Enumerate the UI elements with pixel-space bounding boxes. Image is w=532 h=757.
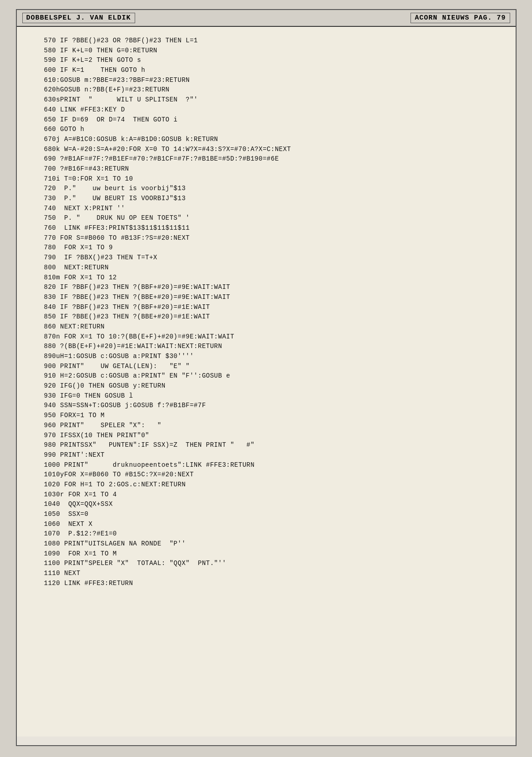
code-line: 1040 QQX=QQX+SSX	[44, 500, 497, 510]
code-line: 740 NEXT X:PRINT ''	[44, 204, 497, 214]
code-line: 1110 NEXT	[44, 569, 497, 579]
code-line: 730 P." UW BEURT IS VOORBIJ"$13	[44, 194, 497, 204]
code-line: 770 FOR S=#B060 TO #B13F:?S=#20:NEXT	[44, 233, 497, 243]
code-line: 880 ?(BB(E+F)+#20)=#1E:WAIT:WAIT:NEXT:RE…	[44, 342, 497, 352]
code-line: 1050 SSX=0	[44, 510, 497, 520]
code-line: 1100 PRINT"SPELER "X" TOTAAL: "QQX" PNT.…	[44, 559, 497, 569]
code-line: 860 NEXT:RETURN	[44, 322, 497, 332]
code-line: 970 IFSSX(10 THEN PRINT"0"	[44, 431, 497, 441]
code-line: 870n FOR X=1 TO 10:?(BB(E+F)+#20)=#9E:WA…	[44, 332, 497, 342]
code-line: 630sPRINT " WILT U SPLITSEN ?"'	[44, 95, 497, 105]
page-header: DOBBELSPEL J. VAN ELDIK ACORN NIEUWS PAG…	[17, 10, 516, 27]
code-line: 980 PRINTSSX" PUNTEN":IF SSX)=Z THEN PRI…	[44, 440, 497, 450]
code-line: 660 GOTO h	[44, 125, 497, 135]
code-line: 700 ?#B16F=#43:RETURN	[44, 164, 497, 174]
code-line: 650 IF D=69 OR D=74 THEN GOTO i	[44, 115, 497, 125]
code-line: 760 LINK #FFE3:PRINT$13$11$11$11$11	[44, 223, 497, 233]
code-line: 620hGOSUB n:?BB(E+F)=#23:RETURN	[44, 85, 497, 95]
page-container: DOBBELSPEL J. VAN ELDIK ACORN NIEUWS PAG…	[16, 9, 517, 746]
code-content: 570 IF ?BBE()#23 OR ?BBF()#23 THEN L=158…	[17, 27, 516, 737]
code-line: 790 IF ?BBX()#23 THEN T=T+X	[44, 253, 497, 263]
code-line: 900 PRINT" UW GETAL(LEN): "E" "	[44, 362, 497, 372]
code-line: 1120 LINK #FFE3:RETURN	[44, 579, 497, 589]
code-line: 800 NEXT:RETURN	[44, 263, 497, 273]
code-line: 720 P." uw beurt is voorbij"$13	[44, 184, 497, 194]
code-line: 1080 PRINT"UITSLAGEN NA RONDE "P''	[44, 539, 497, 549]
code-line: 590 IF K+L=2 THEN GOTO s	[44, 56, 497, 66]
header-page: ACORN NIEUWS PAG. 79	[410, 13, 510, 23]
code-line: 690 ?#B1AF=#7F:?#B1EF=#70:?#B1CF=#7F:?#B…	[44, 154, 497, 164]
code-line: 780 FOR X=1 TO 9	[44, 243, 497, 253]
code-line: 930 IFG=0 THEN GOSUB l	[44, 391, 497, 401]
code-line: 1030r FOR X=1 TO 4	[44, 490, 497, 500]
code-line: 960 PRINT" SPELER "X": "	[44, 421, 497, 431]
code-line: 910 H=2:GOSUB c:GOSUB a:PRINT" EN "F'':G…	[44, 371, 497, 381]
code-line: 820 IF ?BBF()#23 THEN ?(BBF+#20)=#9E:WAI…	[44, 283, 497, 293]
code-line: 1010yFOR X=#B060 TO #B15C:?X=#20:NEXT	[44, 470, 497, 480]
code-line: 950 FORX=1 TO M	[44, 411, 497, 421]
code-line: 580 IF K+L=0 THEN G=0:RETURN	[44, 46, 497, 56]
code-line: 990 PRINT':NEXT	[44, 450, 497, 460]
code-line: 1060 NEXT X	[44, 520, 497, 530]
code-line: 710i T=0:FOR X=1 TO 10	[44, 174, 497, 184]
code-line: 1000 PRINT" druknuopeentoets":LINK #FFE3…	[44, 460, 497, 470]
code-line: 750 P. " DRUK NU OP EEN TOETS" '	[44, 213, 497, 223]
code-line: 1020 FOR H=1 TO 2:GOS.c:NEXT:RETURN	[44, 480, 497, 490]
code-line: 640 LINK #FFE3:KEY D	[44, 105, 497, 115]
code-line: 680k W=A-#20:S=A+#20:FOR X=0 TO 14:W?X=#…	[44, 145, 497, 155]
code-line: 840 IF ?BBF()#23 THEN ?(BBF+#20)=#1E:WAI…	[44, 303, 497, 313]
code-line: 600 IF K=1 THEN GOTO h	[44, 66, 497, 76]
code-line: 940 SSN=SSN+T:GOSUB j:GOSUB f:?#B1BF=#7F	[44, 401, 497, 411]
code-line: 890uH=1:GOSUB c:GOSUB a:PRINT $30''''	[44, 352, 497, 362]
code-line: 670j A=#B1C0:GOSUB k:A=#B1D0:GOSUB k:RET…	[44, 135, 497, 145]
code-line: 830 IF ?BBE()#23 THEN ?(BBE+#20)=#9E:WAI…	[44, 293, 497, 303]
code-line: 920 IFG()0 THEN GOSUB y:RETURN	[44, 381, 497, 391]
header-title: DOBBELSPEL J. VAN ELDIK	[22, 13, 135, 23]
code-line: 1070 P.$12:?#E1=0	[44, 529, 497, 539]
code-line: 610:GOSUB m:?BBE=#23:?BBF=#23:RETURN	[44, 76, 497, 86]
code-line: 850 IF ?BBE()#23 THEN ?(BBE+#20)=#1E:WAI…	[44, 312, 497, 322]
code-line: 810m FOR X=1 TO 12	[44, 273, 497, 283]
code-line: 570 IF ?BBE()#23 OR ?BBF()#23 THEN L=1	[44, 36, 497, 46]
code-line: 1090 FOR X=1 TO M	[44, 549, 497, 559]
